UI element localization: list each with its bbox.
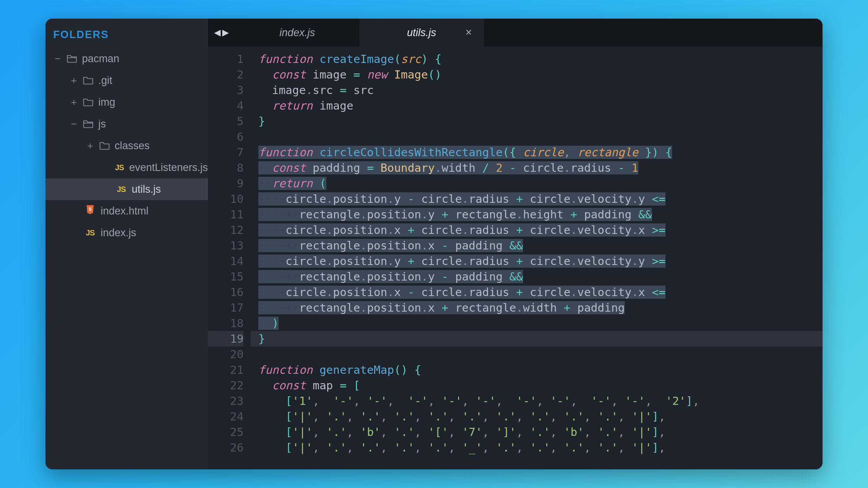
tree-item-label: classes <box>115 140 150 152</box>
line-number: 16 <box>208 284 244 300</box>
line-number: 21 <box>208 362 244 378</box>
sidebar: FOLDERS − pacman+ .git+ img− js+ classes… <box>45 19 208 469</box>
line-number-gutter: 1234567891011121314151617181920212223242… <box>208 47 251 469</box>
tab-nav-arrows[interactable]: ◀ ▶ <box>208 19 235 47</box>
line-number: 18 <box>208 315 244 331</box>
tree-folder[interactable]: − pacman <box>45 48 208 70</box>
code-line[interactable]: ····circle.position.y - circle.radius + … <box>258 191 823 207</box>
folder-icon <box>66 54 77 63</box>
folders-header: FOLDERS <box>45 23 208 48</box>
close-icon[interactable]: ✕ <box>465 28 472 38</box>
code-line[interactable]: } <box>258 113 823 129</box>
expand-icon[interactable]: + <box>70 75 78 87</box>
tree-item-label: pacman <box>82 53 119 65</box>
tab-label: index.js <box>279 27 315 39</box>
tree-folder[interactable]: + img <box>45 91 208 113</box>
tree-file[interactable]: JSeventListeners.js <box>45 157 208 178</box>
line-number: 10 <box>208 191 244 207</box>
tree-item-label: eventListeners.js <box>129 162 208 174</box>
line-number: 15 <box>208 269 244 284</box>
code-line[interactable] <box>258 347 823 362</box>
nav-next-icon[interactable]: ▶ <box>222 28 229 38</box>
line-number: 5 <box>208 113 244 129</box>
tree-item-label: utils.js <box>132 183 161 195</box>
code-line[interactable]: ······rectangle.position.x + rectangle.w… <box>258 300 823 315</box>
code-line[interactable]: const image = new Image() <box>258 67 823 82</box>
tree-item-label: index.js <box>101 227 136 239</box>
code-line[interactable]: image.src = src <box>258 82 823 98</box>
tree-item-label: js <box>98 118 106 130</box>
code-line[interactable]: ····circle.position.y + circle.radius + … <box>258 253 823 269</box>
line-number: 8 <box>208 160 244 176</box>
js-file-icon: JS <box>114 163 124 172</box>
code-editor[interactable]: 1234567891011121314151617181920212223242… <box>208 47 823 469</box>
tab-bar: ◀ ▶ index.jsutils.js✕ <box>208 19 823 47</box>
code-line[interactable]: ······rectangle.position.x - padding && <box>258 238 823 253</box>
code-line[interactable]: ······rectangle.position.y + rectangle.h… <box>258 207 823 222</box>
expand-icon[interactable]: + <box>86 140 94 152</box>
folder-icon <box>99 141 110 150</box>
code-line[interactable]: ··return ( <box>258 176 823 191</box>
code-line[interactable]: ······rectangle.position.y - padding && <box>258 269 823 284</box>
tree-file[interactable]: 5index.html <box>45 200 208 222</box>
tree-item-label: .git <box>98 75 112 87</box>
main-area: ◀ ▶ index.jsutils.js✕ 123456789101112131… <box>208 19 823 469</box>
code-line[interactable]: ['|', '.', '.', '.', '.', '_', '.', '.',… <box>258 440 823 455</box>
editor-window: FOLDERS − pacman+ .git+ img− js+ classes… <box>45 19 823 469</box>
tab-utils-js[interactable]: utils.js✕ <box>359 19 484 47</box>
line-number: 17 <box>208 300 244 315</box>
line-number: 25 <box>208 424 244 440</box>
js-file-icon: JS <box>84 228 96 237</box>
line-number: 14 <box>208 253 244 269</box>
tree-folder[interactable]: − js <box>45 113 208 135</box>
code-area[interactable]: function createImage(src) { const image … <box>251 47 823 469</box>
line-number: 13 <box>208 238 244 253</box>
tree-item-label: img <box>98 96 115 108</box>
line-number: 22 <box>208 378 244 393</box>
folder-icon <box>83 76 94 85</box>
line-number: 1 <box>208 51 244 67</box>
code-line[interactable]: ['|', '.', '.', '.', '.', '.', '.', '.',… <box>258 409 823 424</box>
tab-index-js[interactable]: index.js <box>235 19 359 47</box>
line-number: 3 <box>208 82 244 98</box>
code-line[interactable]: } <box>251 331 823 347</box>
code-line[interactable]: ['|', '.', 'b', '.', '[', '7', ']', '.',… <box>258 424 823 440</box>
tree-file[interactable]: JSutils.js <box>45 178 208 200</box>
code-line[interactable]: ··) <box>258 315 823 331</box>
line-number: 26 <box>208 440 244 455</box>
code-line[interactable]: ··const padding = Boundary.width / 2 - c… <box>258 160 823 176</box>
file-tree: − pacman+ .git+ img− js+ classesJSeventL… <box>45 48 208 244</box>
code-line[interactable]: function generateMap() { <box>258 362 823 378</box>
code-line[interactable] <box>258 129 823 145</box>
expand-icon[interactable]: − <box>53 53 62 65</box>
line-number: 2 <box>208 67 244 82</box>
code-line[interactable]: ['1', '-', '-', '-', '-', '-', '-', '-',… <box>258 393 823 409</box>
tree-folder[interactable]: + .git <box>45 70 208 91</box>
line-number: 4 <box>208 98 244 113</box>
code-line[interactable]: function createImage(src) { <box>258 51 823 67</box>
html-file-icon: 5 <box>84 204 96 218</box>
svg-text:5: 5 <box>89 207 92 212</box>
line-number: 7 <box>208 145 244 160</box>
line-number: 19 <box>208 331 244 347</box>
code-line[interactable]: function circleCollidesWithRectangle({ c… <box>258 145 823 160</box>
line-number: 9 <box>208 176 244 191</box>
folder-icon <box>83 119 94 129</box>
code-line[interactable]: ····circle.position.x + circle.radius + … <box>258 222 823 238</box>
line-number: 20 <box>208 347 244 362</box>
nav-prev-icon[interactable]: ◀ <box>214 28 221 38</box>
tree-item-label: index.html <box>101 205 148 217</box>
expand-icon[interactable]: − <box>70 118 78 130</box>
expand-icon[interactable]: + <box>70 96 78 108</box>
code-line[interactable]: const map = [ <box>258 378 823 393</box>
line-number: 11 <box>208 207 244 222</box>
tab-label: utils.js <box>407 27 436 39</box>
line-number: 12 <box>208 222 244 238</box>
line-number: 23 <box>208 393 244 409</box>
tree-folder[interactable]: + classes <box>45 135 208 157</box>
tree-file[interactable]: JSindex.js <box>45 222 208 244</box>
js-file-icon: JS <box>115 185 127 194</box>
line-number: 6 <box>208 129 244 145</box>
code-line[interactable]: return image <box>258 98 823 113</box>
code-line[interactable]: ····circle.position.x - circle.radius + … <box>258 284 823 300</box>
